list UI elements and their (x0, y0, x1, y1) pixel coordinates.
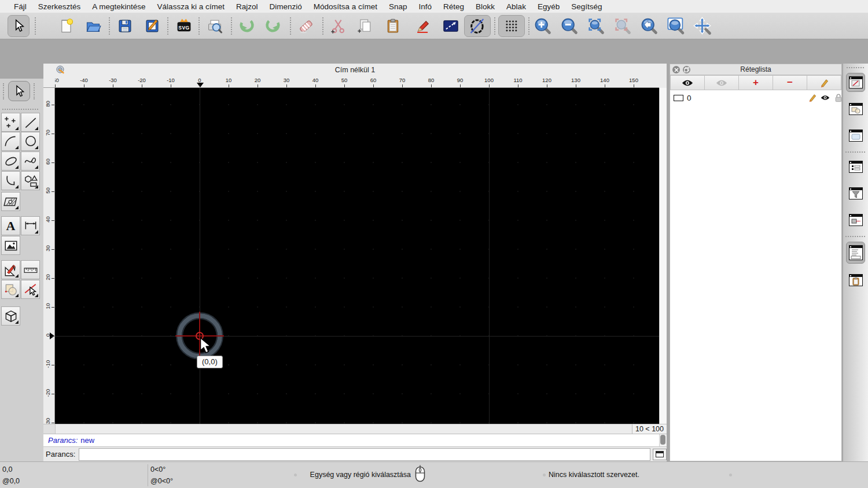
ruler-label: 140 (596, 77, 613, 83)
zoom-in-button[interactable] (532, 15, 554, 37)
paste-button[interactable] (382, 15, 404, 37)
tool-dimension-button[interactable] (21, 216, 40, 235)
tool-3d-button[interactable] (1, 306, 20, 326)
save-as-button[interactable] (141, 15, 163, 37)
application-window: FájlSzerkesztésA megtekintéseVálassza ki… (0, 0, 868, 488)
open-file-button[interactable] (82, 15, 104, 37)
ruler-tick (402, 84, 403, 87)
command-input[interactable] (79, 448, 650, 461)
dock-clipboard-button[interactable] (846, 271, 865, 290)
layer-panel-title: Réteglista (670, 65, 841, 73)
command-history[interactable]: Parancs: new (43, 434, 667, 446)
keyboard-icon (656, 451, 664, 457)
layer-lock-icon[interactable] (834, 93, 843, 102)
menu-item-5[interactable]: Rajzol (230, 2, 264, 11)
vertical-scrollbar[interactable] (659, 88, 667, 424)
delete-button[interactable] (295, 15, 317, 37)
menu-item-14[interactable]: Segítség (565, 2, 608, 11)
show-all-layers-button[interactable] (670, 75, 705, 90)
zoom-out-button[interactable] (558, 15, 580, 37)
select-tool-button[interactable] (8, 15, 30, 37)
menu-item-9[interactable]: Infó (413, 2, 438, 11)
menu-item-1[interactable]: Fájl (8, 2, 32, 11)
grid-toggle-button[interactable] (498, 15, 525, 37)
command-row: Parancs: (43, 446, 667, 461)
menu-item-11[interactable]: Blokk (470, 2, 501, 11)
layer-row[interactable]: 0 (670, 92, 841, 103)
tool-ruler-button[interactable] (21, 260, 40, 279)
redo-button[interactable] (262, 15, 284, 37)
dock-entity-list-button[interactable] (846, 157, 865, 176)
meta-gridline-x0 (200, 88, 200, 424)
menu-item-8[interactable]: Snap (383, 2, 413, 11)
tool-modify-button[interactable] (1, 280, 20, 299)
dock-block-list-button[interactable] (846, 99, 865, 119)
hide-all-layers-button[interactable] (705, 75, 739, 90)
menu-item-12[interactable]: Ablak (501, 2, 532, 11)
layer-visibility-icon[interactable] (821, 93, 830, 102)
tool-arc-button[interactable] (1, 132, 20, 151)
tool-measure-button[interactable] (1, 260, 20, 279)
dock-command-button[interactable] (846, 242, 865, 264)
tool-image-button[interactable] (1, 236, 20, 255)
copy-button[interactable] (354, 15, 376, 37)
ruler-tick (52, 105, 54, 105)
menu-item-13[interactable]: Egyéb (532, 2, 565, 11)
pen-attributes-button[interactable] (412, 15, 434, 37)
add-layer-button[interactable]: + (739, 75, 773, 90)
zoom-redraw-button[interactable] (612, 15, 634, 37)
edit-layer-button[interactable] (807, 75, 841, 90)
zoom-window-button[interactable] (665, 15, 687, 37)
tool-spline-button[interactable] (21, 151, 40, 171)
ellipse-tool-button[interactable] (464, 15, 491, 37)
zoom-pan-button[interactable] (692, 15, 713, 37)
tool-select-entity-button[interactable] (21, 280, 40, 299)
undo-button[interactable] (236, 15, 258, 37)
save-button[interactable] (114, 15, 136, 37)
tool-polygon-button[interactable] (21, 171, 40, 190)
dock-layer-list-button[interactable] (846, 73, 865, 92)
ruler-label: 20 (45, 269, 51, 286)
palette-select-button[interactable] (8, 81, 30, 101)
dock-dimension-button[interactable] (846, 210, 865, 230)
tool-text-button[interactable]: A (1, 216, 20, 235)
zoom-auto-button[interactable] (585, 15, 607, 37)
new-document-button[interactable] (56, 15, 78, 37)
dock-button-strip (843, 64, 868, 461)
main-toolbar: SVG (0, 13, 868, 39)
tool-ellipse-button[interactable] (1, 151, 20, 171)
history-scrollbar-thumb[interactable] (660, 435, 665, 445)
print-preview-button[interactable] (204, 15, 226, 37)
menu-item-3[interactable]: A megtekintése (86, 2, 151, 11)
tool-circle-button[interactable] (21, 132, 40, 151)
menu-item-10[interactable]: Réteg (437, 2, 470, 11)
modify-icon (3, 282, 19, 297)
dock-library-button[interactable] (846, 126, 865, 145)
menu-item-2[interactable]: Szerkesztés (32, 2, 87, 11)
menu-item-7[interactable]: Módosítsa a címet (308, 2, 383, 11)
dock-filter-button[interactable] (846, 184, 865, 203)
drawing-canvas[interactable]: (0,0) (55, 88, 659, 424)
tool-line-button[interactable] (21, 113, 40, 132)
export-svg-button[interactable]: SVG (173, 15, 195, 37)
layer-edit-pencil-icon[interactable] (808, 93, 817, 102)
line-icon (23, 115, 38, 130)
remove-layer-button[interactable]: − (773, 75, 807, 90)
zoom-previous-button[interactable] (638, 15, 660, 37)
menu-item-6[interactable]: Dimenzió (263, 2, 307, 11)
tool-polyline-button[interactable] (1, 171, 20, 190)
line-attributes-button[interactable] (440, 15, 462, 37)
history-scrollbar[interactable] (659, 434, 667, 446)
menu-item-4[interactable]: Válassza ki a címet (152, 2, 230, 11)
toolbar-grip (290, 17, 291, 35)
points-icon (3, 115, 19, 130)
ruler-tick (52, 278, 54, 279)
cut-button[interactable] (328, 15, 350, 37)
ruler-tick (315, 84, 316, 87)
ruler-label: 20 (249, 77, 266, 83)
tool-hatch-button[interactable] (1, 192, 20, 211)
window-titlebar[interactable]: Cím nélkül 1 (43, 64, 667, 76)
tool-points-button[interactable] (1, 113, 20, 132)
horizontal-scrollbar[interactable]: 10 < 100 (43, 424, 667, 434)
command-keyboard-button[interactable] (653, 449, 667, 460)
